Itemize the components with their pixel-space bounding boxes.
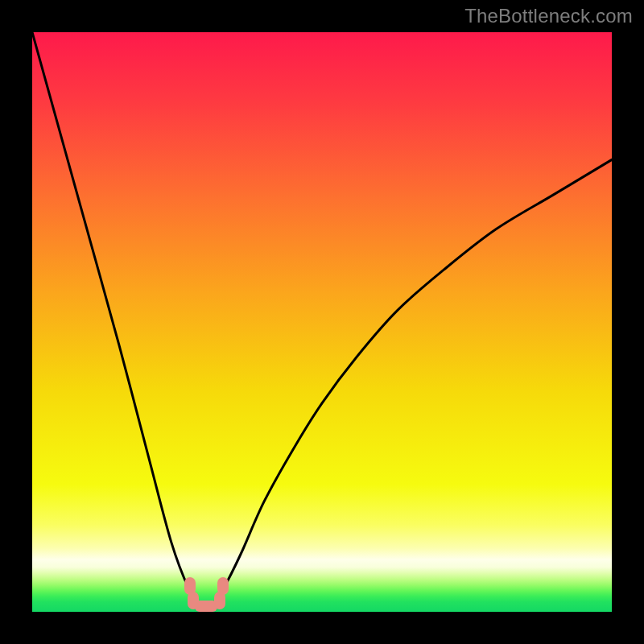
chart-frame: TheBottleneck.com: [0, 0, 644, 644]
plot-area: [32, 32, 612, 612]
bottleneck-curve: [32, 32, 612, 612]
watermark-text: TheBottleneck.com: [464, 5, 633, 27]
marker-right-top: [217, 577, 229, 595]
curve-layer: [32, 32, 612, 612]
marker-left-bottom: [188, 592, 199, 609]
